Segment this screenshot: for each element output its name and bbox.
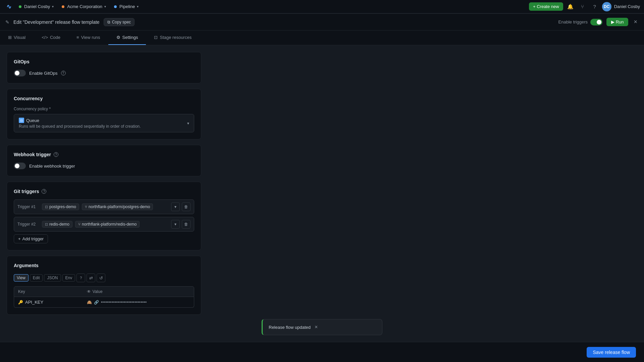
user-name: Daniel Cosby [24, 4, 50, 9]
trigger-2-repo-badge: ⑂ northflank-platform/redis-demo [75, 221, 140, 228]
create-new-button[interactable]: + Create new [529, 2, 563, 11]
args-col-val-header: 👁 Value [87, 289, 190, 294]
queue-icon: ⊟ [19, 118, 24, 123]
git-icon[interactable]: ⑂ [578, 2, 587, 11]
pipeline-status-dot [114, 5, 117, 8]
trigger-1-service-icon: ⊡ [45, 205, 48, 209]
trigger-2-service-icon: ⊡ [45, 222, 48, 227]
trigger-1-service-badge: ⊡ postgres-demo [42, 203, 79, 210]
args-help-button[interactable]: ? [76, 274, 85, 282]
toast-notification: Release flow updated × [262, 319, 382, 335]
args-edit-tab[interactable]: Edit [30, 274, 43, 282]
args-col-key-header: Key [18, 289, 87, 294]
args-view-tab[interactable]: View [14, 274, 29, 282]
trigger-1-repo-name: northflank-platform/postgres-demo [89, 204, 150, 209]
concurrency-select-title: ⊟ Queue [19, 118, 141, 123]
visual-tab-icon: ⊞ [8, 35, 12, 40]
tab-stage-resources[interactable]: ⊡ Stage resources [146, 31, 200, 45]
settings-panel: GitOps Enable GitOps ? Concurrency Concu… [0, 45, 208, 362]
args-json-tab[interactable]: JSON [44, 274, 61, 282]
tab-visual[interactable]: ⊞ Visual [0, 31, 34, 45]
webhook-help-icon[interactable]: ? [54, 152, 58, 157]
webhook-title: Webhook trigger [14, 152, 51, 157]
trigger-1-actions: ▾ 🗑 [171, 202, 191, 211]
arguments-title: Arguments [14, 263, 194, 268]
arguments-section: Arguments View Edit JSON Env ? ⇄ ↺ Key 👁 [7, 256, 201, 315]
tabs-bar: ⊞ Visual </> Code ≡ View runs ⚙ Settings… [0, 31, 644, 45]
gitops-help-icon[interactable]: ? [61, 71, 66, 75]
webhook-toggle-label: Enable webhook trigger [29, 164, 75, 169]
git-triggers-title: Git triggers [14, 189, 39, 194]
git-triggers-help-icon[interactable]: ? [42, 189, 46, 194]
trigger-2-delete-button[interactable]: 🗑 [182, 220, 191, 229]
concurrency-select[interactable]: ⊟ Queue Runs will be queued and processe… [14, 114, 194, 132]
save-release-flow-button[interactable]: Save release flow [587, 347, 636, 358]
tab-stage-resources-label: Stage resources [160, 35, 192, 40]
run-button[interactable]: ▶ Run [606, 18, 628, 26]
tab-view-runs[interactable]: ≡ View runs [68, 31, 108, 45]
tab-code-label: Code [50, 35, 60, 40]
trigger-1-expand-button[interactable]: ▾ [171, 202, 180, 211]
gitops-toggle-label: Enable GitOps [29, 71, 58, 76]
trigger-2-service-badge: ⊡ redis-demo [42, 221, 72, 228]
trigger-1-service-name: postgres-demo [49, 204, 76, 209]
args-toolbar: View Edit JSON Env ? ⇄ ↺ [14, 274, 194, 282]
gitops-section: GitOps Enable GitOps ? [7, 52, 201, 83]
pipeline-nav-group[interactable]: Pipeline ▾ [111, 3, 141, 10]
concurrency-chevron-icon: ▾ [187, 121, 189, 126]
args-link-button[interactable]: ⇄ [87, 274, 95, 282]
close-button[interactable]: × [632, 17, 639, 27]
panel-header: ✎ Edit "Development" release flow templa… [0, 14, 644, 31]
args-row-key: 🔑 API_KEY [18, 300, 87, 305]
args-reset-button[interactable]: ↺ [97, 274, 105, 282]
org-status-dot [62, 5, 64, 8]
tab-code[interactable]: </> Code [34, 31, 68, 45]
trigger-1-repo-badge: ⑂ northflank-platform/postgres-demo [82, 203, 153, 210]
user-status-dot [19, 5, 21, 8]
user-nav-group[interactable]: Daniel Cosby ▾ [16, 3, 56, 10]
panel: ✎ Edit "Development" release flow templa… [0, 13, 644, 362]
trigger-1-label: Trigger #1 [17, 204, 39, 209]
args-table: Key 👁 Value 🔑 API_KEY 🙈 🔗 [14, 286, 194, 308]
table-row: 🔑 API_KEY 🙈 🔗 ••••••••••••••••••••••••••… [14, 297, 194, 308]
view-runs-tab-icon: ≡ [76, 35, 79, 40]
args-env-tab[interactable]: Env [62, 274, 75, 282]
help-icon[interactable]: ? [590, 2, 599, 11]
user-chevron-icon: ▾ [52, 5, 54, 8]
enable-triggers-label: Enable triggers [558, 19, 588, 24]
trigger-2-expand-button[interactable]: ▾ [171, 220, 180, 229]
gitops-toggle[interactable] [14, 70, 26, 76]
copy-spec-button[interactable]: ⧉ Copy spec [104, 18, 135, 26]
org-nav-group[interactable]: Acme Corporation ▾ [59, 3, 109, 10]
user-display-name: Daniel Cosby [614, 4, 640, 9]
args-key-value: API_KEY [25, 300, 43, 305]
trigger-row-2: Trigger #2 ⊡ redis-demo ⑂ northflank-pla… [14, 217, 194, 232]
trigger-2-label: Trigger #2 [17, 222, 39, 227]
trigger-row-1: Trigger #1 ⊡ postgres-demo ⑂ northflank-… [14, 199, 194, 214]
gitops-title: GitOps [14, 59, 194, 64]
avatar[interactable]: DC [602, 2, 611, 11]
trigger-2-repo-name: northflank-platform/redis-demo [82, 222, 137, 227]
eye-slash-icon: 🙈 [87, 300, 92, 305]
tab-visual-label: Visual [14, 35, 25, 40]
settings-tab-icon: ⚙ [116, 35, 120, 40]
args-link-icon: 🔗 [94, 300, 99, 305]
webhook-toggle[interactable] [14, 163, 26, 169]
add-trigger-button[interactable]: + Add trigger [14, 234, 48, 243]
pipeline-chevron-icon: ▾ [137, 5, 139, 8]
eye-slash-header-icon: 👁 [87, 289, 91, 294]
trigger-1-delete-button[interactable]: 🗑 [182, 202, 191, 211]
enable-triggers-toggle[interactable] [590, 19, 602, 25]
bottom-bar: Save release flow [0, 342, 644, 362]
toast-close-button[interactable]: × [315, 324, 318, 330]
copy-icon: ⧉ [107, 20, 110, 24]
notifications-icon[interactable]: 🔔 [566, 2, 575, 11]
concurrency-title: Concurrency [14, 96, 194, 101]
add-trigger-label: Add trigger [22, 236, 44, 241]
args-row-val: 🙈 🔗 •••••••••••••••••••••••••••••• [87, 300, 190, 305]
concurrency-field-label: Concurrency policy * [14, 107, 194, 111]
org-chevron-icon: ▾ [104, 5, 106, 8]
concurrency-select-desc: Runs will be queued and processed sequen… [19, 124, 141, 129]
stage-resources-tab-icon: ⊡ [154, 35, 158, 40]
tab-settings[interactable]: ⚙ Settings [108, 31, 146, 45]
